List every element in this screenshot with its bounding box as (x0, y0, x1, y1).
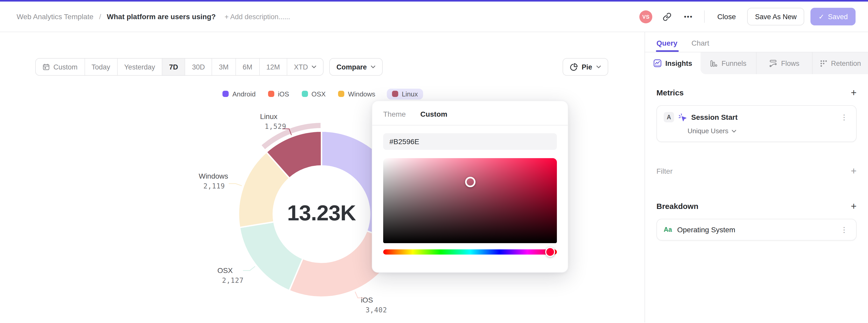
page-title: What platform are users using? (107, 12, 216, 21)
close-button[interactable]: Close (713, 12, 740, 21)
compare-button[interactable]: Compare (329, 58, 383, 76)
range-3m[interactable]: 3M (212, 59, 236, 75)
range-6m[interactable]: 6M (236, 59, 259, 75)
funnels-icon (710, 59, 718, 67)
leader-line-ios (355, 292, 365, 298)
chart-total: 13.23K (287, 201, 356, 226)
tab-chart[interactable]: Chart (691, 39, 709, 52)
share-link-icon[interactable] (663, 12, 672, 21)
chart-type-button[interactable]: Pie (562, 58, 608, 76)
compare-label: Compare (337, 63, 367, 71)
chevron-down-icon (732, 129, 736, 132)
mode-tab-flows[interactable]: Flows (756, 52, 812, 74)
saturation-cursor[interactable] (465, 177, 475, 187)
filter-heading: Filter (656, 167, 673, 175)
range-yesterday[interactable]: Yesterday (117, 59, 162, 75)
check-icon: ✓ (818, 12, 825, 21)
app-root: Web Analytics Template / What platform a… (0, 0, 868, 323)
leader-line-windows (229, 184, 242, 186)
tab-theme[interactable]: Theme (383, 110, 406, 118)
range-today[interactable]: Today (84, 59, 117, 75)
date-range-group: CustomTodayYesterday7D30D3M6M12MXTD (35, 58, 323, 76)
chart-toolbar: CustomTodayYesterday7D30D3M6M12MXTD Comp… (0, 32, 645, 76)
add-filter-button[interactable]: + (851, 166, 857, 176)
breakdown-section-header: Breakdown + (656, 201, 857, 211)
add-metric-button[interactable]: + (851, 88, 857, 97)
saturation-brightness-area[interactable] (383, 158, 557, 243)
legend-swatch (222, 91, 229, 97)
breadcrumb-separator: / (99, 12, 101, 21)
metrics-heading: Metrics (656, 88, 684, 97)
legend-swatch (302, 91, 308, 97)
legend-item-android[interactable]: Android (221, 88, 257, 99)
more-menu-icon[interactable]: ••• (684, 13, 693, 20)
aggregation-dropdown[interactable]: Unique Users (687, 127, 849, 135)
chart-type-label: Pie (582, 63, 592, 71)
add-breakdown-button[interactable]: + (851, 201, 857, 211)
metrics-section-header: Metrics + (656, 88, 857, 97)
legend-item-linux[interactable]: Linux (387, 88, 423, 99)
pie-chart-icon (569, 63, 577, 71)
legend-item-windows[interactable]: Windows (337, 88, 376, 99)
breadcrumb: Web Analytics Template / What platform a… (17, 12, 290, 21)
range-30d[interactable]: 30D (185, 59, 212, 75)
property-type-badge: Aa (664, 226, 672, 233)
leader-line-osx (243, 266, 255, 271)
save-as-new-button[interactable]: Save As New (747, 8, 804, 25)
flows-icon (769, 59, 777, 67)
metric-label: Session Start (691, 113, 738, 121)
chevron-down-icon (596, 65, 601, 68)
breakdown-label: Operating System (677, 226, 735, 234)
range-12m[interactable]: 12M (259, 59, 287, 75)
chevron-down-icon (312, 65, 316, 68)
retention-icon (819, 59, 827, 67)
add-description-button[interactable]: + Add description...... (224, 13, 290, 21)
event-spark-icon (678, 113, 687, 122)
hex-color-input[interactable] (383, 133, 557, 150)
range-custom[interactable]: Custom (36, 59, 84, 75)
sidebar: Query Chart InsightsFunnelsFlowsRetentio… (645, 32, 868, 322)
color-picker-popup: Theme Custom (372, 101, 568, 273)
breakdown-card[interactable]: Aa Operating System ⋮ (656, 219, 857, 240)
tab-custom[interactable]: Custom (420, 110, 447, 118)
color-picker-tabs: Theme Custom (372, 110, 568, 126)
avatar[interactable]: VS (639, 10, 652, 23)
filter-section-header: Filter + (656, 166, 857, 176)
insight-mode-tabs: InsightsFunnelsFlowsRetention (645, 52, 868, 74)
series-badge: A (664, 112, 674, 122)
metric-kebab-menu[interactable]: ⋮ (839, 113, 849, 121)
breadcrumb-root[interactable]: Web Analytics Template (17, 12, 93, 21)
hue-slider-handle[interactable] (545, 247, 555, 257)
breakdown-heading: Breakdown (656, 202, 699, 211)
range-xtd[interactable]: XTD (287, 59, 323, 75)
header: Web Analytics Template / What platform a… (0, 2, 868, 32)
range-7d[interactable]: 7D (162, 59, 185, 75)
legend-item-osx[interactable]: OSX (301, 88, 327, 99)
chart-panel: CustomTodayYesterday7D30D3M6M12MXTD Comp… (0, 32, 645, 322)
chart-legend: AndroidiOSOSXWindowsLinux (0, 88, 645, 100)
aggregation-label: Unique Users (687, 127, 728, 135)
legend-swatch (268, 91, 274, 97)
breakdown-kebab-menu[interactable]: ⋮ (839, 226, 849, 234)
tab-query[interactable]: Query (656, 39, 677, 52)
insights-icon (653, 59, 662, 67)
mode-tab-insights[interactable]: Insights (645, 52, 701, 74)
header-actions: VS ••• Close Save As New ✓ Saved (639, 8, 856, 25)
saved-button-label: Saved (828, 13, 848, 21)
chevron-down-icon (371, 65, 376, 68)
sidebar-tabs: Query Chart (645, 32, 868, 52)
slice-osx[interactable] (240, 222, 303, 291)
legend-swatch (392, 91, 398, 97)
mode-tab-retention[interactable]: Retention (812, 52, 868, 74)
header-divider (704, 10, 705, 23)
saved-button[interactable]: ✓ Saved (811, 8, 856, 25)
legend-swatch (338, 91, 344, 97)
mode-tab-funnels[interactable]: Funnels (701, 52, 756, 74)
calendar-icon (42, 63, 50, 70)
legend-item-ios[interactable]: iOS (267, 88, 290, 99)
metric-card[interactable]: A Session Start ⋮ Unique Users (656, 105, 857, 142)
hue-slider[interactable] (383, 249, 557, 255)
